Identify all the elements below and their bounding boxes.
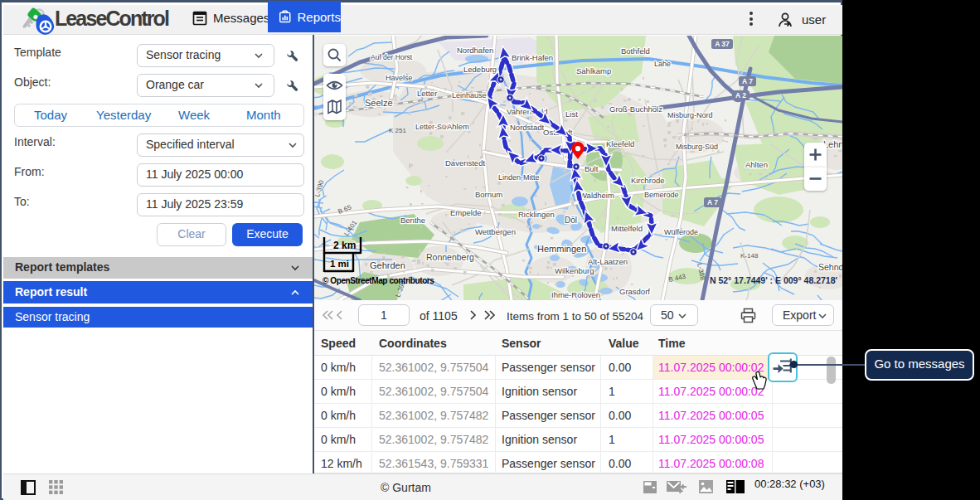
svg-text:List: List <box>565 109 578 119</box>
svg-text:A 2: A 2 <box>735 91 746 100</box>
svg-text:Ricklingen: Ricklingen <box>518 210 555 219</box>
svg-text:Davenstedt: Davenstedt <box>445 158 485 167</box>
svg-text:Linden-Mitte: Linden-Mitte <box>498 173 540 182</box>
svg-text:Gehrden: Gehrden <box>370 260 405 270</box>
svg-text:Auf der Horst: Auf der Horst <box>371 53 413 61</box>
svg-text:Havelse: Havelse <box>386 74 413 82</box>
svg-text:Wülferode: Wülferode <box>664 228 698 236</box>
svg-text:Ahlten: Ahlten <box>745 160 768 169</box>
svg-text:Lahe: Lahe <box>654 60 671 68</box>
svg-text:Mittelfeld: Mittelfeld <box>611 224 643 233</box>
svg-text:A 7: A 7 <box>742 77 753 85</box>
svg-text:Bemerode: Bemerode <box>644 191 679 199</box>
svg-text:Nordhafen: Nordhafen <box>457 46 493 55</box>
svg-text:Letter-Süd: Letter-Süd <box>415 123 450 131</box>
svg-text:Nordstadt: Nordstadt <box>510 123 545 132</box>
svg-text:Döl: Döl <box>565 216 577 225</box>
svg-text:Hemmingen: Hemmingen <box>537 244 586 254</box>
svg-text:Kirchrode: Kirchrode <box>631 176 665 185</box>
svg-text:Bult: Bult <box>585 164 599 173</box>
svg-text:Groß-Buchholz: Groß-Buchholz <box>609 104 662 114</box>
svg-text:Sahlkamp: Sahlkamp <box>576 66 611 75</box>
svg-text:Kleefeld: Kleefeld <box>606 139 634 148</box>
svg-text:Leinhausen: Leinhausen <box>452 91 491 100</box>
svg-text:Alt-Laatzen: Alt-Laatzen <box>588 257 628 266</box>
svg-text:Wettbergen: Wettbergen <box>475 227 516 236</box>
svg-text:A 7: A 7 <box>707 198 718 206</box>
svg-text:Seelze: Seelze <box>365 98 393 108</box>
svg-text:1 mi: 1 mi <box>330 259 349 269</box>
svg-text:2 km: 2 km <box>333 240 356 251</box>
svg-text:Brink-Hafen: Brink-Hafen <box>512 53 553 62</box>
svg-text:Ahlem: Ahlem <box>447 122 469 131</box>
svg-text:Sehnde: Sehnde <box>818 262 842 272</box>
svg-text:Ihme-Roloven: Ihme-Roloven <box>551 290 600 299</box>
svg-text:Bothfeld: Bothfeld <box>621 46 650 56</box>
svg-text:Benthe: Benthe <box>400 216 425 225</box>
svg-text:Misburg-Süd: Misburg-Süd <box>676 143 718 151</box>
svg-text:Bornum: Bornum <box>475 190 502 199</box>
svg-text:Grasdorf: Grasdorf <box>619 287 650 296</box>
svg-text:Letter: Letter <box>417 89 437 98</box>
svg-text:Misburg-Nord: Misburg-Nord <box>667 111 713 119</box>
svg-text:Wilkenburg: Wilkenburg <box>555 266 594 275</box>
svg-text:Empelde: Empelde <box>450 208 482 217</box>
svg-text:Ronnenberg: Ronnenberg <box>426 252 474 262</box>
svg-text:K 251: K 251 <box>389 127 406 134</box>
svg-text:K-148: K-148 <box>740 252 759 260</box>
svg-text:A 37: A 37 <box>715 40 730 48</box>
svg-text:Ledeburg: Ledeburg <box>463 65 497 74</box>
